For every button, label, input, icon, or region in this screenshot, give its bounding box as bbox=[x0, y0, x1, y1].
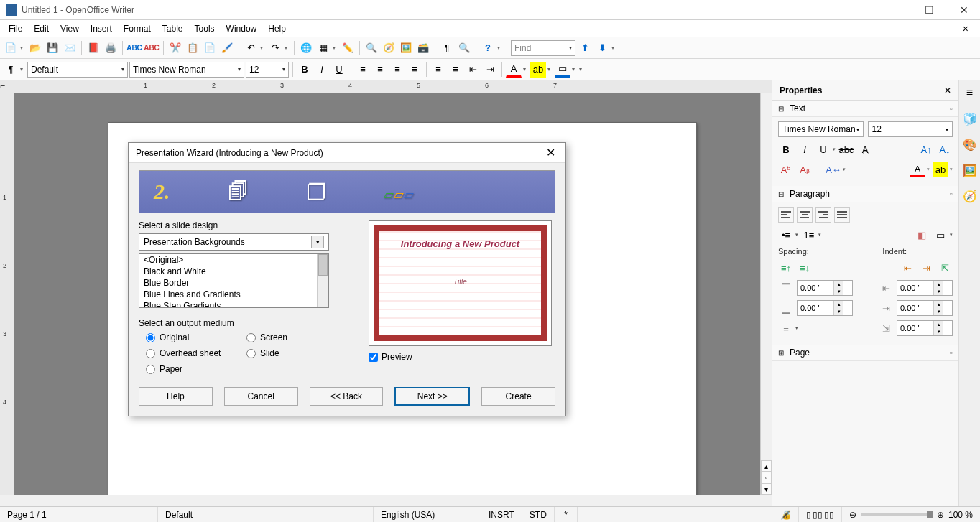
menu-edit[interactable]: Edit bbox=[28, 22, 55, 36]
inc-spacing-button[interactable]: ≡↑ bbox=[778, 260, 794, 276]
spin-input[interactable] bbox=[798, 284, 833, 292]
export-pdf-button[interactable]: 📕 bbox=[85, 40, 101, 56]
status-page[interactable]: Page 1 / 1 bbox=[0, 507, 158, 522]
paste-button[interactable]: 📄 bbox=[202, 40, 218, 56]
list-item[interactable]: Blue Border bbox=[139, 277, 328, 289]
line-spacing-button[interactable]: ≡ bbox=[778, 320, 794, 336]
save-button[interactable]: 💾 bbox=[45, 40, 60, 56]
inc-indent-button[interactable]: ⇥ bbox=[918, 260, 934, 276]
format-overflow[interactable]: ▾ bbox=[579, 66, 585, 73]
highlight-button[interactable]: ab bbox=[530, 62, 546, 78]
menu-format[interactable]: Format bbox=[118, 22, 157, 36]
radio-overhead[interactable]: Overhead sheet bbox=[146, 348, 246, 358]
next-button[interactable]: Next >> bbox=[394, 387, 470, 406]
menu-table[interactable]: Table bbox=[157, 22, 189, 36]
open-button[interactable]: 📂 bbox=[27, 40, 43, 56]
align-right-button[interactable]: ≡ bbox=[389, 62, 405, 78]
radio-screen-input[interactable] bbox=[246, 333, 256, 342]
menu-tools[interactable]: Tools bbox=[189, 22, 221, 36]
font-color-button[interactable]: A bbox=[506, 62, 522, 78]
zoom-out-button[interactable]: ⊖ bbox=[849, 510, 856, 520]
paragraph-section-header[interactable]: ⊟ Paragraph ▫ bbox=[772, 186, 958, 202]
styles-tab-icon[interactable]: 🎨 bbox=[962, 136, 978, 152]
book-view-icon[interactable]: ▯▯ bbox=[824, 510, 834, 520]
list-item[interactable]: Black and White bbox=[139, 266, 328, 277]
decrease-indent-button[interactable]: ⇤ bbox=[465, 62, 481, 78]
spin-input[interactable] bbox=[897, 304, 933, 312]
font-name-combo[interactable]: Times New Roman▾ bbox=[129, 62, 244, 78]
decrease-font-button[interactable]: A↓ bbox=[937, 141, 953, 157]
above-spacing-input[interactable]: ▴▾ bbox=[797, 280, 853, 296]
status-style[interactable]: Default bbox=[158, 507, 374, 522]
find-combo[interactable]: Find ▾ bbox=[511, 40, 575, 56]
spin-input[interactable] bbox=[897, 324, 933, 332]
dialog-close-button[interactable]: ✕ bbox=[543, 146, 558, 159]
sidebar-settings-icon[interactable]: ≡ bbox=[962, 85, 978, 101]
status-selection-mode[interactable]: STD bbox=[522, 507, 555, 522]
sidebar-underline-button[interactable]: U bbox=[815, 141, 831, 157]
next-page-button[interactable]: ▾ bbox=[761, 483, 772, 495]
list-item[interactable]: <Original> bbox=[139, 254, 328, 266]
close-document-button[interactable]: × bbox=[957, 21, 974, 37]
sidebar-fontcolor-button[interactable]: A bbox=[910, 162, 925, 177]
zoom-button[interactable]: 🔍 bbox=[456, 40, 472, 56]
navigator-button[interactable]: 🧭 bbox=[381, 40, 397, 56]
numbering-button[interactable]: 1≡ bbox=[801, 227, 817, 243]
dec-spacing-button[interactable]: ≡↓ bbox=[797, 260, 813, 276]
before-indent-input[interactable]: ▴▾ bbox=[897, 280, 953, 296]
bg-color-button[interactable]: ◧ bbox=[914, 227, 930, 243]
align-left-button[interactable]: ≡ bbox=[355, 62, 371, 78]
menu-help[interactable]: Help bbox=[262, 22, 292, 36]
new-dropdown[interactable]: ▾ bbox=[20, 45, 26, 51]
create-button[interactable]: Create bbox=[481, 387, 555, 406]
menu-view[interactable]: View bbox=[55, 22, 85, 36]
subscript-button[interactable]: Aᵦ bbox=[797, 162, 813, 177]
radio-paper[interactable]: Paper bbox=[146, 364, 246, 374]
menu-window[interactable]: Window bbox=[221, 22, 263, 36]
sidebar-shadow-button[interactable]: A bbox=[857, 141, 873, 157]
auto-spellcheck-button[interactable]: ABC bbox=[144, 40, 160, 56]
find-prev-button[interactable]: ⬆ bbox=[577, 40, 593, 56]
vertical-scrollbar[interactable]: ▴ ◦ ▾ bbox=[760, 93, 772, 495]
table-button[interactable]: ▦ bbox=[315, 40, 331, 56]
list-item[interactable]: Blue Lines and Gradients bbox=[139, 289, 328, 300]
bold-button[interactable]: B bbox=[297, 62, 313, 78]
sidebar-italic-button[interactable]: I bbox=[797, 141, 813, 157]
status-modified[interactable]: * bbox=[555, 507, 578, 522]
menu-insert[interactable]: Insert bbox=[85, 22, 118, 36]
email-button[interactable]: ✉️ bbox=[62, 40, 78, 56]
maximize-button[interactable]: ☐ bbox=[919, 3, 940, 17]
bgcolor-dropdown[interactable]: ▾ bbox=[572, 66, 578, 73]
sidebar-size-combo[interactable]: 12▾ bbox=[868, 121, 953, 137]
close-window-button[interactable]: ✕ bbox=[954, 3, 974, 17]
status-signature[interactable]: 🔏 bbox=[773, 507, 799, 522]
after-indent-input[interactable]: ▴▾ bbox=[897, 300, 953, 316]
prev-page-button[interactable]: ▴ bbox=[761, 460, 772, 472]
cut-button[interactable]: ✂️ bbox=[167, 40, 183, 56]
radio-original-input[interactable] bbox=[146, 333, 155, 342]
page-section-header[interactable]: ⊞ Page ▫ bbox=[772, 345, 958, 361]
new-button[interactable]: 📄 bbox=[3, 40, 19, 56]
design-category-combo[interactable]: Presentation Backgrounds ▾ bbox=[139, 233, 329, 251]
more-options-icon[interactable]: ▫ bbox=[950, 189, 953, 199]
sidebar-bold-button[interactable]: B bbox=[778, 141, 794, 157]
close-panel-button[interactable]: ✕ bbox=[944, 85, 951, 95]
menu-file[interactable]: File bbox=[3, 22, 28, 36]
below-spacing-input[interactable]: ▴▾ bbox=[797, 300, 853, 316]
align-justify-button[interactable]: ≡ bbox=[407, 62, 422, 78]
spin-input[interactable] bbox=[798, 304, 833, 312]
firstline-indent-input[interactable]: ▴▾ bbox=[897, 320, 953, 336]
paragraph-style-combo[interactable]: Default▾ bbox=[27, 62, 128, 78]
status-language[interactable]: English (USA) bbox=[374, 507, 481, 522]
toolbar-overflow[interactable]: ▾ bbox=[611, 45, 617, 51]
find-next-button[interactable]: ⬇ bbox=[594, 40, 610, 56]
align-center-button[interactable]: ≡ bbox=[372, 62, 388, 78]
vertical-ruler[interactable]: 1 2 3 4 bbox=[0, 93, 14, 495]
zoom-level[interactable]: 100 % bbox=[948, 510, 973, 520]
help-button[interactable]: Help bbox=[139, 387, 213, 406]
listbox-scrollbar[interactable] bbox=[317, 254, 328, 307]
para-align-right[interactable] bbox=[815, 207, 831, 223]
radio-slide-input[interactable] bbox=[246, 349, 256, 358]
styles-dropdown-arrow[interactable]: ▾ bbox=[20, 66, 26, 73]
dec-indent-button[interactable]: ⇤ bbox=[900, 260, 915, 276]
